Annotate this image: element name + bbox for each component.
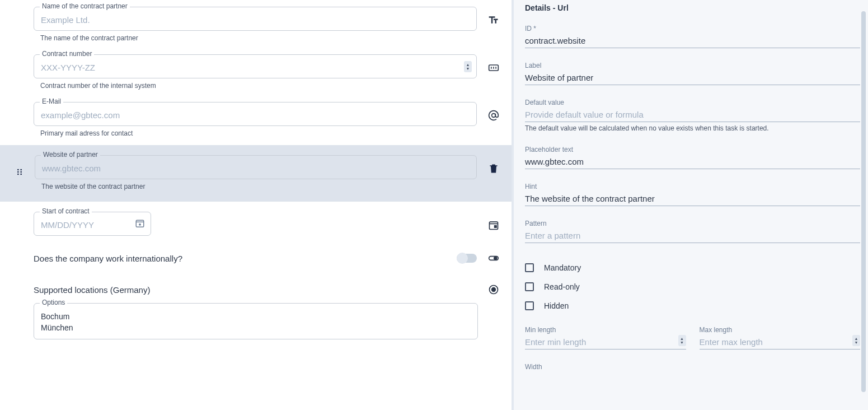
number-stepper[interactable]: ▲▼ [852,335,860,346]
drag-handle-icon[interactable] [15,151,25,176]
svg-point-18 [494,257,498,260]
svg-point-7 [17,171,19,173]
pattern-label: Pattern [525,220,860,227]
field-hint: Primary mail adress for contact [40,129,477,137]
radio-icon [487,284,500,295]
mandatory-checkbox-row[interactable]: Mandatory [525,263,860,272]
field-box-website: Website of partner [35,155,477,179]
label-input[interactable] [525,72,860,85]
website-input[interactable] [42,164,470,173]
svg-point-9 [17,174,19,175]
form-builder-canvas[interactable]: Name of the contract partner The name of… [0,0,514,410]
checkbox-icon[interactable] [525,282,534,291]
option-item: Bochum [41,311,471,323]
number-stepper[interactable]: ▲▼ [464,61,472,72]
hint-label: Hint [525,183,860,190]
details-panel[interactable]: Details - Url ID * Label Default value T… [514,0,868,410]
max-input[interactable] [700,336,861,350]
min-label: Min length [525,326,686,334]
placeholder-label: Placeholder text [525,146,860,153]
details-field-placeholder: Placeholder text [525,146,860,169]
min-input[interactable] [525,336,686,350]
toggle-switch[interactable] [457,254,477,263]
svg-point-8 [20,171,22,173]
placeholder-input[interactable] [525,156,860,169]
width-label: Width [525,363,860,371]
details-field-pattern: Pattern [525,220,860,243]
field-label: Website of partner [41,151,100,159]
form-field-website-selected[interactable]: Website of partner The website of the co… [0,145,512,202]
form-field-contract-number[interactable]: Contract number ▲▼ Contract number of th… [0,50,512,97]
trash-icon[interactable] [487,151,500,174]
details-field-id: ID * [525,25,860,48]
date-input[interactable] [41,220,125,230]
details-field-width: Width [525,363,860,371]
field-label: E-Mail [40,97,63,105]
details-field-max: Max length ▲▼ [700,326,861,350]
hidden-checkbox-row[interactable]: Hidden [525,301,860,310]
form-section-locations[interactable]: Supported locations (Germany) [0,281,512,301]
hidden-label: Hidden [544,301,569,310]
pattern-input[interactable] [525,230,860,243]
calendar-icon [487,207,500,231]
svg-point-5 [17,169,19,171]
question-label: Does the company work internationally? [34,254,447,263]
checkbox-icon[interactable] [525,301,534,310]
toggle-icon [487,253,500,264]
checkbox-icon[interactable] [525,263,534,272]
svg-rect-16 [495,226,496,227]
field-box-number: Contract number ▲▼ [34,54,477,78]
number-icon [487,50,500,73]
svg-point-6 [20,169,22,171]
at-icon [487,97,500,121]
mandatory-label: Mandatory [544,263,581,272]
id-input[interactable] [525,35,860,48]
contract-number-input[interactable] [41,63,470,72]
details-title: Details - Url [525,3,860,12]
email-input[interactable] [41,110,470,120]
details-field-min: Min length ▲▼ [525,326,686,350]
field-hint: The website of the contract partner [41,183,477,190]
label-label: Label [525,62,860,69]
form-question-international[interactable]: Does the company work internationally? [0,236,512,281]
details-field-hint: Hint [525,183,860,206]
form-field-start-date[interactable]: Start of contract [0,202,512,236]
field-label: Start of contract [40,207,92,215]
default-hint: The default value will be calculated whe… [525,124,860,132]
options-box[interactable]: Options Bochum München [34,303,478,339]
svg-point-10 [20,174,22,175]
details-field-default: Default value The default value will be … [525,99,860,132]
svg-point-4 [492,114,496,118]
name-input[interactable] [41,15,470,25]
hint-input[interactable] [525,193,860,206]
readonly-checkbox-row[interactable]: Read-only [525,282,860,291]
field-hint: The name of the contract partner [40,34,477,42]
max-label: Max length [700,326,861,334]
field-hint: Contract number of the internal system [40,82,477,90]
id-label: ID * [525,25,860,32]
form-field-email[interactable]: E-Mail Primary mail adress for contact [0,97,512,145]
svg-point-20 [492,288,496,292]
section-label: Supported locations (Germany) [34,285,477,295]
field-box-name: Name of the contract partner [34,7,477,31]
field-label: Contract number [40,50,94,58]
field-box-date: Start of contract [34,212,151,236]
scrollbar[interactable] [861,11,866,392]
field-box-email: E-Mail [34,102,477,126]
number-stepper[interactable]: ▲▼ [678,335,686,346]
form-field-name[interactable]: Name of the contract partner The name of… [0,2,512,50]
option-item: München [41,323,471,334]
svg-point-13 [139,223,140,225]
default-input[interactable] [525,109,860,122]
text-size-icon [487,2,500,26]
calendar-picker-icon[interactable] [135,218,145,230]
details-field-label: Label [525,62,860,85]
default-label: Default value [525,99,860,106]
field-label: Name of the contract partner [40,2,130,10]
options-label: Options [40,299,67,306]
readonly-label: Read-only [544,282,580,291]
